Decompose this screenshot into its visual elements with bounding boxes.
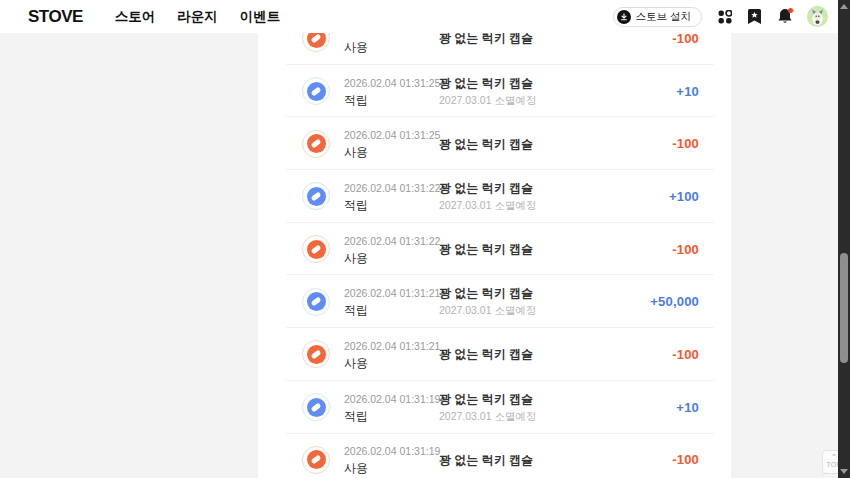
- transaction-title: 꽝 없는 럭키 캡슐: [439, 347, 629, 361]
- nav-item-store[interactable]: 스토어: [115, 8, 156, 26]
- transaction-date: 2026.02.04 01:31:25: [344, 128, 437, 142]
- transaction-type: 사용: [344, 356, 437, 370]
- transaction-title: 꽝 없는 럭키 캡슐: [439, 181, 629, 195]
- nav-item-lounge[interactable]: 라운지: [177, 8, 218, 26]
- table-row: 2026.02.04 01:31:25 적립 꽝 없는 럭키 캡슐 2027.0…: [258, 65, 731, 118]
- install-button-label: 스토브 설치: [636, 10, 691, 24]
- bookmark-icon[interactable]: [747, 9, 762, 24]
- transaction-type: 사용: [344, 461, 437, 475]
- stove-logo[interactable]: STOVE: [28, 7, 83, 27]
- top-navbar: STOVE 스토어 라운지 이벤트 스토브 설치: [0, 0, 838, 33]
- transaction-type: 사용: [344, 40, 437, 54]
- header-actions: 스토브 설치: [613, 6, 828, 27]
- transaction-type: 적립: [344, 409, 437, 423]
- transaction-type: 적립: [344, 303, 437, 317]
- transaction-date: 2026.02.04 01:31:19: [344, 444, 437, 458]
- scrollbar-down-arrow-icon[interactable]: [840, 469, 848, 474]
- table-row: 2026.02.04 01:31:21 사용 꽝 없는 럭키 캡슐 -100: [258, 328, 731, 381]
- table-row: 2026.02.04 01:31:22 적립 꽝 없는 럭키 캡슐 2027.0…: [258, 170, 731, 223]
- notification-bell-icon[interactable]: [777, 9, 792, 24]
- transaction-type: 적립: [344, 93, 437, 107]
- transaction-type: 사용: [344, 145, 437, 159]
- transaction-amount: +10: [629, 84, 699, 99]
- transaction-title: 꽝 없는 럭키 캡슐: [439, 392, 629, 406]
- transaction-expiry: 2027.03.01 소멸예정: [439, 199, 629, 212]
- point-coin-icon: [302, 393, 330, 421]
- point-coin-icon: [302, 182, 330, 210]
- table-row: 2026.02.04 01:31:19 사용 꽝 없는 럭키 캡슐 -100: [258, 434, 731, 478]
- point-coin-icon: [302, 235, 330, 263]
- transaction-date: 2026.02.04 01:31:21: [344, 286, 437, 300]
- transaction-expiry: 2027.03.01 소멸예정: [439, 94, 629, 107]
- transaction-amount: -100: [629, 452, 699, 467]
- transaction-type: 사용: [344, 251, 437, 265]
- install-stove-button[interactable]: 스토브 설치: [613, 7, 702, 27]
- transaction-date: 2026.02.04 01:31:21: [344, 339, 437, 353]
- notification-badge: [788, 8, 793, 13]
- point-coin-icon: [302, 446, 330, 474]
- transaction-title: 꽝 없는 럭키 캡슐: [439, 31, 629, 45]
- transaction-list: 사용 꽝 없는 럭키 캡슐 -100 2026.02.04 01:31:25 적…: [258, 12, 731, 478]
- scrollbar-up-arrow-icon[interactable]: [840, 4, 848, 9]
- transaction-title: 꽝 없는 럭키 캡슐: [439, 242, 629, 256]
- point-coin-icon: [302, 130, 330, 158]
- transaction-panel: 사용 꽝 없는 럭키 캡슐 -100 2026.02.04 01:31:25 적…: [258, 0, 731, 478]
- table-row: 2026.02.04 01:31:22 사용 꽝 없는 럭키 캡슐 -100: [258, 223, 731, 276]
- point-coin-icon: [302, 77, 330, 105]
- transaction-date: 2026.02.04 01:31:25: [344, 76, 437, 90]
- nav-item-event[interactable]: 이벤트: [240, 8, 281, 26]
- transaction-amount: -100: [629, 136, 699, 151]
- transaction-title: 꽝 없는 럭키 캡슐: [439, 76, 629, 90]
- scrollbar-thumb[interactable]: [840, 253, 848, 363]
- transaction-date: 2026.02.04 01:31:19: [344, 392, 437, 406]
- transaction-amount: +100: [629, 189, 699, 204]
- point-coin-icon: [302, 340, 330, 368]
- transaction-amount: +10: [629, 400, 699, 415]
- transaction-title: 꽝 없는 럭키 캡슐: [439, 286, 629, 300]
- transaction-amount: -100: [629, 31, 699, 46]
- transaction-date: 2026.02.04 01:31:22: [344, 181, 437, 195]
- transaction-expiry: 2027.03.01 소멸예정: [439, 304, 629, 317]
- avatar[interactable]: [807, 6, 828, 27]
- table-row: 2026.02.04 01:31:19 적립 꽝 없는 럭키 캡슐 2027.0…: [258, 381, 731, 434]
- transaction-title: 꽝 없는 럭키 캡슐: [439, 137, 629, 151]
- point-coin-icon: [302, 288, 330, 316]
- apps-grid-icon[interactable]: [717, 9, 732, 24]
- transaction-expiry: 2027.03.01 소멸예정: [439, 410, 629, 423]
- table-row: 2026.02.04 01:31:21 적립 꽝 없는 럭키 캡슐 2027.0…: [258, 275, 731, 328]
- scrollbar[interactable]: [838, 0, 850, 478]
- download-icon: [617, 10, 631, 24]
- transaction-title: 꽝 없는 럭키 캡슐: [439, 453, 629, 467]
- transaction-amount: +50,000: [629, 294, 699, 309]
- table-row: 2026.02.04 01:31:25 사용 꽝 없는 럭키 캡슐 -100: [258, 117, 731, 170]
- transaction-amount: -100: [629, 242, 699, 257]
- transaction-date: 2026.02.04 01:31:22: [344, 234, 437, 248]
- transaction-amount: -100: [629, 347, 699, 362]
- main-nav: 스토어 라운지 이벤트: [115, 8, 281, 26]
- transaction-type: 적립: [344, 198, 437, 212]
